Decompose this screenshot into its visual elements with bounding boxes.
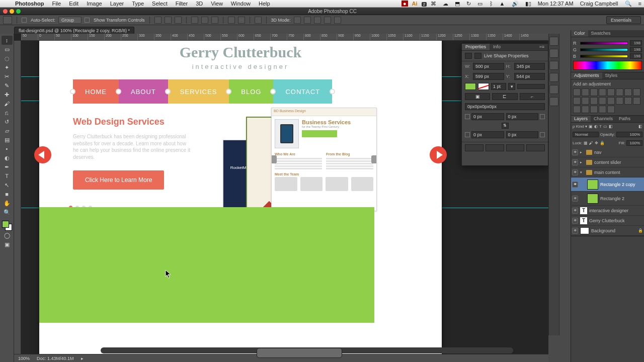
document-canvas[interactable]: Gerry Clutterbuck interactive designer H… <box>39 41 442 354</box>
battery-icon[interactable]: ▮▯ <box>523 1 534 7</box>
arrange-icon[interactable] <box>255 17 262 24</box>
gradient-tool-icon[interactable]: ▤ <box>2 135 13 144</box>
menu-file[interactable]: File <box>48 1 65 7</box>
marquee-tool-icon[interactable]: ▭ <box>2 45 13 54</box>
prop-x[interactable]: 599 px <box>473 73 504 80</box>
layer-thumbnail[interactable] <box>587 179 598 190</box>
color-g-value[interactable]: 198 <box>630 47 642 52</box>
dock-brush-icon[interactable] <box>549 85 558 94</box>
layer-filter-toggle[interactable]: ◧ <box>638 124 642 129</box>
eraser-tool-icon[interactable]: ▱ <box>2 126 13 135</box>
stroke-width[interactable]: 1 pt <box>491 83 506 90</box>
layer-row-interactive-designer[interactable]: 👁Tinteractive designer <box>571 206 644 216</box>
dock-character-icon[interactable] <box>549 61 558 70</box>
dock-actions-icon[interactable] <box>549 49 558 58</box>
tab-layers[interactable]: Layers <box>571 116 591 122</box>
prop-y[interactable]: 544 px <box>514 73 545 80</box>
shape-tool-icon[interactable]: ■ <box>2 190 13 199</box>
color-g-slider[interactable] <box>580 48 628 51</box>
corner-tl[interactable]: 0 px <box>471 113 504 120</box>
layer-filter-shape-icon[interactable]: ▭ <box>603 124 607 129</box>
crop-tool-icon[interactable]: ✂ <box>2 72 13 81</box>
path-select-tool-icon[interactable]: ↖ <box>2 180 13 190</box>
zoom-level[interactable]: 100% <box>18 356 30 361</box>
tab-info[interactable]: Info <box>490 44 504 50</box>
lock-pixels-icon[interactable]: 🖌 <box>589 141 593 145</box>
illustrator-icon[interactable]: Ai <box>410 1 420 7</box>
distribute-h-icon[interactable] <box>228 17 235 24</box>
align-vcenter-icon[interactable] <box>201 17 208 24</box>
stamp-tool-icon[interactable]: ⎌ <box>2 108 13 117</box>
adj-more6-icon[interactable] <box>607 106 615 113</box>
menu-edit[interactable]: Edit <box>65 1 83 7</box>
adj-hue-icon[interactable] <box>616 88 623 96</box>
3d-slide-icon[interactable] <box>324 17 331 24</box>
doc-size[interactable]: Doc: 1.43M/40.1M <box>37 356 74 361</box>
prop-width[interactable]: 500 px <box>473 63 504 70</box>
horizontal-scrollbar[interactable] <box>101 347 513 353</box>
sync-icon[interactable]: ↻ <box>464 1 473 7</box>
dodge-tool-icon[interactable]: ◐ <box>2 153 13 162</box>
corner-br-check[interactable] <box>540 132 545 137</box>
corner-summary[interactable]: 0px0px0px0px <box>465 103 545 110</box>
layer-filter-adj-icon[interactable]: ◐ <box>594 124 598 129</box>
stroke-style[interactable] <box>517 84 545 89</box>
3d-zoom-icon[interactable] <box>334 17 341 24</box>
wifi-icon[interactable]: ▲ <box>497 1 508 7</box>
zoom-tool-icon[interactable]: 🔍 <box>2 208 13 217</box>
stroke-corners-icon[interactable]: ⌐ <box>520 93 545 100</box>
prop-btn-1[interactable] <box>465 144 484 151</box>
zoom-icon[interactable] <box>16 9 21 14</box>
bluetooth-icon[interactable]: ᛒ <box>487 1 496 7</box>
history-brush-tool-icon[interactable]: ↺ <box>2 117 13 126</box>
notifications-icon[interactable]: ≡ <box>636 1 644 7</box>
visibility-toggle[interactable]: 👁 <box>572 159 578 165</box>
stroke-caps-icon[interactable]: ⊏ <box>492 93 517 100</box>
layer-filter-type-icon[interactable]: T <box>599 124 602 129</box>
foreground-color-swatch[interactable] <box>2 221 9 228</box>
dock-paragraph-icon[interactable] <box>549 73 558 82</box>
volume-icon[interactable]: 🔊 <box>509 1 521 7</box>
tab-properties[interactable]: Properties <box>462 44 490 50</box>
appswitch-icon[interactable]: ⌘ <box>428 1 439 7</box>
3d-roll-icon[interactable] <box>304 17 311 24</box>
align-bottom-icon[interactable] <box>211 17 218 24</box>
prop-btn-2[interactable] <box>486 144 504 151</box>
adj-vibrance-icon[interactable] <box>607 88 615 96</box>
tab-adjustments[interactable]: Adjustments <box>571 72 602 79</box>
display-icon[interactable]: ▭ <box>475 1 485 7</box>
visibility-toggle[interactable]: 👁 <box>572 196 578 202</box>
adj-more4-icon[interactable] <box>590 106 598 113</box>
layer-filter-smart-icon[interactable]: ◧ <box>609 124 613 129</box>
adj-posterize-icon[interactable] <box>599 97 606 105</box>
color-r-slider[interactable] <box>580 42 628 45</box>
adj-invert-icon[interactable] <box>590 97 598 105</box>
layer-filter-img-icon[interactable]: ▣ <box>589 124 593 129</box>
brush-tool-icon[interactable]: 🖌 <box>2 99 13 108</box>
hand-tool-icon[interactable]: ✋ <box>2 199 13 208</box>
menu-app[interactable]: Photoshop <box>11 1 48 7</box>
adj-color-lookup-icon[interactable] <box>582 97 589 105</box>
align-top-icon[interactable] <box>191 17 198 24</box>
user-name[interactable]: Craig Campbell <box>578 1 621 7</box>
menu-select[interactable]: Select <box>148 1 172 7</box>
align-hcenter-icon[interactable] <box>165 17 172 24</box>
visibility-toggle[interactable]: 👁 <box>572 182 578 188</box>
lock-position-icon[interactable]: ✥ <box>595 141 598 145</box>
corner-tr-check[interactable] <box>540 114 545 119</box>
properties-panel[interactable]: Properties Info »≡ Live Shape Properties… <box>461 43 548 166</box>
tab-swatches[interactable]: Swatches <box>588 30 614 37</box>
stroke-align-icon[interactable]: ▣ <box>465 93 490 100</box>
adj-more2-icon[interactable] <box>573 106 581 113</box>
lock-transparent-icon[interactable]: ▦ <box>584 141 588 145</box>
menu-3d[interactable]: 3D <box>192 1 207 7</box>
layer-row-background[interactable]: 👁Background🔒 <box>571 226 644 236</box>
adj-exposure-icon[interactable] <box>599 88 606 96</box>
tab-channels[interactable]: Channels <box>591 116 616 122</box>
dock-clone-icon[interactable] <box>549 97 558 106</box>
show-transform-checkbox[interactable] <box>85 18 90 23</box>
tab-paths[interactable]: Paths <box>616 116 633 122</box>
dock-history-icon[interactable] <box>549 37 558 46</box>
auto-select-checkbox[interactable] <box>22 18 27 23</box>
menu-view[interactable]: View <box>207 1 227 7</box>
